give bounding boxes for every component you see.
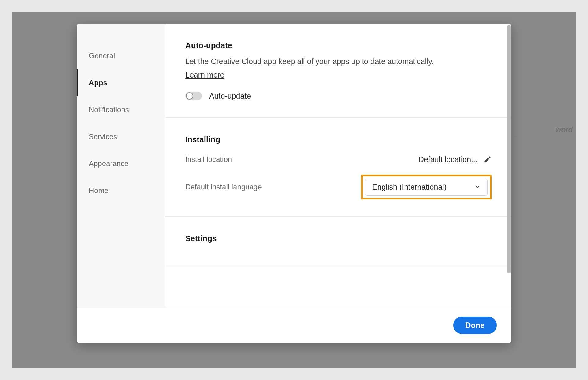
sidebar-item-home[interactable]: Home [77,177,165,204]
language-dropdown[interactable]: English (International) [365,179,488,196]
auto-update-toggle-label: Auto-update [209,92,251,101]
auto-update-description: Let the Creative Cloud app keep all of y… [185,56,492,67]
content-area: Auto-update Let the Creative Cloud app k… [165,24,511,308]
section-settings: Settings [165,217,511,266]
install-location-row: Install location Default location... [185,155,492,164]
sidebar-item-notifications[interactable]: Notifications [77,96,165,123]
scrollbar[interactable] [507,25,511,273]
install-location-value: Default location... [418,155,477,164]
sidebar-item-services[interactable]: Services [77,123,165,150]
preferences-dialog: General Apps Notifications Services Appe… [77,24,511,343]
chevron-down-icon [474,184,481,190]
auto-update-toggle-row: Auto-update [185,92,492,101]
backdrop: word General Apps Notifications Services… [12,12,576,368]
done-button[interactable]: Done [453,317,497,334]
sidebar-item-label: Home [89,186,108,195]
sidebar-item-label: Notifications [89,105,129,114]
section-installing: Installing Install location Default loca… [165,118,511,217]
pencil-icon[interactable] [484,155,492,163]
sidebar-item-apps[interactable]: Apps [77,69,165,96]
auto-update-toggle[interactable] [185,92,202,100]
toggle-knob [186,92,193,100]
install-language-label: Default install language [185,183,262,191]
dialog-body: General Apps Notifications Services Appe… [77,24,511,308]
learn-more-link[interactable]: Learn more [185,70,224,79]
sidebar-item-label: Apps [89,78,107,87]
sidebar-item-appearance[interactable]: Appearance [77,150,165,177]
install-location-label: Install location [185,155,232,164]
installing-title: Installing [185,135,492,144]
language-dropdown-value: English (International) [372,183,447,192]
sidebar-item-general[interactable]: General [77,42,165,69]
install-location-value-group: Default location... [418,155,492,164]
auto-update-title: Auto-update [185,41,492,50]
section-auto-update: Auto-update Let the Creative Cloud app k… [165,24,511,118]
sidebar-item-label: General [89,51,115,60]
sidebar-item-label: Services [89,132,117,141]
language-dropdown-highlight: English (International) [361,175,492,200]
dialog-footer: Done [77,308,511,343]
settings-title: Settings [185,234,492,243]
sidebar: General Apps Notifications Services Appe… [77,24,165,308]
sidebar-item-label: Appearance [89,159,128,168]
install-language-row: Default install language English (Intern… [185,175,492,200]
background-text-fragment: word [514,125,576,137]
content-inner: Auto-update Let the Creative Cloud app k… [165,24,511,266]
